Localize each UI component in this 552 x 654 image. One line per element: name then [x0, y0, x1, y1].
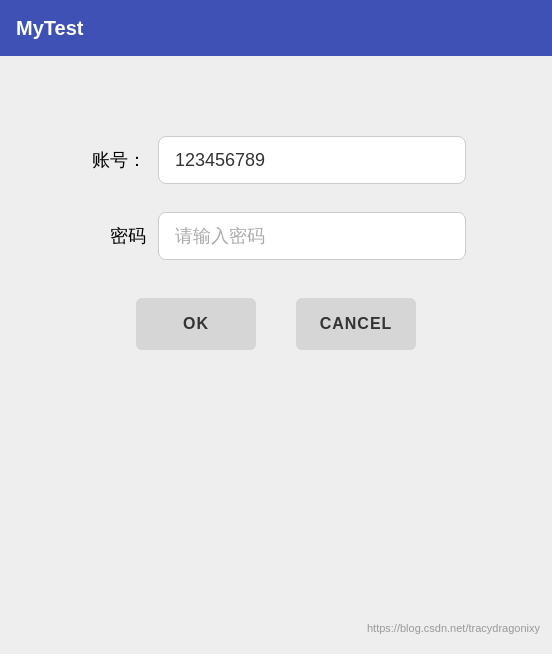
app-bar: MyTest	[0, 0, 552, 56]
password-input[interactable]	[158, 212, 466, 260]
ok-button[interactable]: OK	[136, 298, 256, 350]
account-row: 账号：	[86, 136, 466, 184]
account-label: 账号：	[86, 148, 146, 172]
password-label: 密码	[86, 224, 146, 248]
main-content: 账号： 密码 OK CANCEL	[0, 56, 552, 654]
account-input[interactable]	[158, 136, 466, 184]
password-row: 密码	[86, 212, 466, 260]
cancel-button[interactable]: CANCEL	[296, 298, 416, 350]
button-row: OK CANCEL	[86, 298, 466, 350]
form-container: 账号： 密码 OK CANCEL	[86, 136, 466, 350]
app-bar-title: MyTest	[16, 17, 83, 40]
watermark: https://blog.csdn.net/tracydragonixy	[367, 622, 540, 634]
